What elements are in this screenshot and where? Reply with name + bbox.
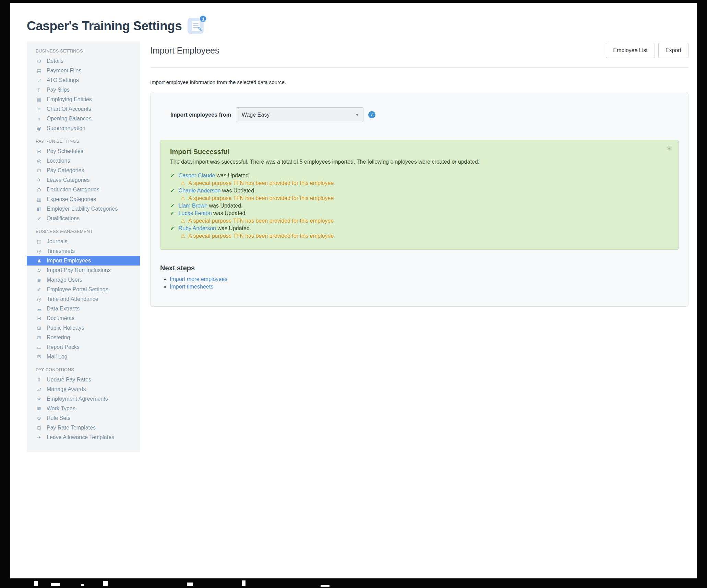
sidebar-item-data-extracts[interactable]: ☁Data Extracts	[27, 304, 140, 314]
result-text: Casper Claude was Updated.	[179, 173, 250, 179]
minus-circle-icon: ⊖	[36, 186, 43, 193]
sidebar-item-manage-awards[interactable]: ⇄Manage Awards	[27, 385, 140, 394]
sidebar-item-rule-sets[interactable]: ⚙Rule Sets	[27, 413, 140, 423]
sidebar-item-pay-categories[interactable]: ⊡Pay Categories	[27, 166, 140, 175]
sidebar-item-import-employees[interactable]: ♟Import Employees	[27, 256, 140, 266]
transfer-icon: ⇄	[36, 386, 43, 393]
sidebar-item-label: Work Types	[47, 405, 75, 412]
sidebar-item-employee-portal-settings[interactable]: ✐Employee Portal Settings	[27, 285, 140, 294]
tfn-warning-row: ⚠A special purpose TFN has been provided…	[181, 179, 669, 187]
sidebar-item-pay-rate-templates[interactable]: ⊡Pay Rate Templates	[27, 423, 140, 433]
next-steps-list: Import more employeesImport timesheets	[160, 275, 679, 291]
bank-icon: ▦	[36, 96, 43, 103]
sidebar-item-update-pay-rates[interactable]: ⇑Update Pay Rates	[27, 375, 140, 385]
next-step-link[interactable]: Import more employees	[170, 276, 227, 282]
sidebar-item-locations[interactable]: ◎Locations	[27, 156, 140, 166]
sidebar-item-pay-schedules[interactable]: ⊞Pay Schedules	[27, 146, 140, 156]
sidebar-item-label: Details	[47, 58, 63, 64]
sidebar-item-qualifications[interactable]: ✔Qualifications	[27, 214, 140, 223]
sidebar-item-label: Payment Files	[47, 67, 81, 74]
next-step-link[interactable]: Import timesheets	[170, 284, 213, 290]
header-divider	[150, 67, 688, 68]
next-step-item: Import timesheets	[170, 283, 679, 291]
import-success-alert: × Import Successful The data import was …	[160, 140, 679, 250]
sidebar-section-pay-run-settings: PAY RUN SETTINGS	[27, 133, 140, 146]
sidebar-item-label: Mail Log	[47, 353, 67, 360]
book-icon: ◫	[36, 238, 43, 245]
employee-list-button[interactable]: Employee List	[606, 43, 655, 58]
sidebar-item-leave-categories[interactable]: ✈Leave Categories	[27, 175, 140, 185]
employee-link[interactable]: Liam Brown	[179, 203, 207, 209]
data-source-select[interactable]: Wage Easy ▾	[236, 107, 363, 122]
sidebar-item-label: Time and Attendance	[47, 296, 98, 303]
sidebar-item-journals[interactable]: ◫Journals	[27, 237, 140, 246]
sidebar-item-employment-agreements[interactable]: ★Employment Agreements	[27, 394, 140, 404]
sidebar-item-details[interactable]: ⚙Details	[27, 56, 140, 66]
wand-icon: ✐	[36, 286, 43, 293]
result-text: Liam Brown was Updated.	[179, 203, 243, 209]
plane-icon: ✈	[36, 177, 43, 184]
sidebar-item-import-pay-run-inclusions[interactable]: ↻Import Pay Run Inclusions	[27, 266, 140, 275]
sidebar-item-label: Employee Portal Settings	[47, 286, 108, 293]
close-icon[interactable]: ×	[667, 144, 671, 153]
sidebar-item-label: Pay Categories	[47, 167, 84, 174]
sidebar-item-ato-settings[interactable]: ⇌ATO Settings	[27, 75, 140, 85]
sidebar-item-superannuation[interactable]: ◉Superannuation	[27, 124, 140, 133]
money-card-icon: ⊡	[36, 424, 43, 431]
employee-link[interactable]: Charlie Anderson	[179, 188, 221, 193]
export-button[interactable]: Export	[658, 43, 688, 58]
employee-link[interactable]: Casper Claude	[179, 173, 215, 178]
sidebar-item-rostering[interactable]: ⊞Rostering	[27, 333, 140, 342]
pencil-icon: ✎	[197, 25, 202, 33]
sidebar-item-documents[interactable]: ⊟Documents	[27, 314, 140, 323]
employee-link[interactable]: Lucas Fenton	[179, 210, 212, 216]
sidebar-item-label: Locations	[47, 157, 70, 164]
sidebar-item-pay-slips[interactable]: ▯Pay Slips	[27, 85, 140, 95]
sidebar-section-business-settings: BUSINESS SETTINGS	[27, 45, 140, 56]
sidebar-item-manage-users[interactable]: ◙Manage Users	[27, 275, 140, 285]
sidebar-item-leave-allowance-templates[interactable]: ✈Leave Allowance Templates	[27, 433, 140, 442]
sidebar-item-report-packs[interactable]: ▭Report Packs	[27, 342, 140, 352]
import-result-row: ✔Ruby Anderson was Updated.	[170, 225, 669, 232]
sidebar-item-time-and-attendance[interactable]: ◷Time and Attendance	[27, 294, 140, 304]
sidebar-item-label: Expense Categories	[47, 196, 96, 203]
briefcase-icon: ⊠	[36, 405, 43, 412]
tfn-warning-text: A special purpose TFN has been provided …	[188, 218, 334, 224]
sidebar-item-deduction-categories[interactable]: ⊖Deduction Categories	[27, 185, 140, 195]
list-icon: ≡	[36, 106, 43, 113]
sidebar-nav: BUSINESS SETTINGS⚙Details▤Payment Files⇌…	[27, 42, 140, 452]
page-description: Import employee information from the sel…	[150, 79, 688, 85]
lock-icon: ◙	[36, 277, 43, 283]
next-steps-title: Next steps	[160, 264, 679, 272]
header-buttons: Employee List Export	[606, 43, 688, 58]
sidebar-item-chart-of-accounts[interactable]: ≡Chart Of Accounts	[27, 104, 140, 114]
tfn-warning-text: A special purpose TFN has been provided …	[188, 180, 334, 186]
sidebar-item-payment-files[interactable]: ▤Payment Files	[27, 66, 140, 75]
import-result-row: ✔Liam Brown was Updated.	[170, 202, 669, 210]
employee-link[interactable]: Ruby Anderson	[179, 225, 216, 231]
import-result-row: ✔Charlie Anderson was Updated.	[170, 187, 669, 195]
scales-icon: ⇌	[36, 77, 43, 84]
info-icon[interactable]: i	[368, 111, 375, 118]
sidebar-item-work-types[interactable]: ⊠Work Types	[27, 404, 140, 413]
save-icon: ▤	[36, 67, 43, 74]
training-notes-icon[interactable]: ✎ 1	[188, 18, 204, 34]
import-results: ✔Casper Claude was Updated.⚠A special pu…	[170, 172, 669, 240]
sidebar-item-label: Pay Slips	[47, 86, 70, 93]
sidebar-item-public-holidays[interactable]: ⊞Public Holidays	[27, 323, 140, 333]
sidebar-item-label: Public Holidays	[47, 325, 84, 331]
sidebar-item-opening-balances[interactable]: ◗Opening Balances	[27, 114, 140, 124]
data-source-value: Wage Easy	[242, 112, 269, 118]
folder-icon: ⊟	[36, 315, 43, 322]
money-up-icon: ⇑	[36, 376, 43, 383]
result-text: Lucas Fenton was Updated.	[179, 210, 247, 216]
sidebar-item-mail-log[interactable]: ✉Mail Log	[27, 352, 140, 362]
sidebar-item-expense-categories[interactable]: ▥Expense Categories	[27, 195, 140, 204]
sidebar-item-timesheets[interactable]: ◷Timesheets	[27, 246, 140, 256]
star-icon: ★	[36, 396, 43, 402]
result-text: Ruby Anderson was Updated.	[179, 225, 251, 232]
tfn-warning-row: ⚠A special purpose TFN has been provided…	[181, 217, 669, 225]
sidebar-item-employer-liability-categories[interactable]: ◧Employer Liability Categories	[27, 204, 140, 214]
wrench-icon: ⚙	[36, 415, 43, 422]
sidebar-item-employing-entities[interactable]: ▦Employing Entities	[27, 95, 140, 104]
